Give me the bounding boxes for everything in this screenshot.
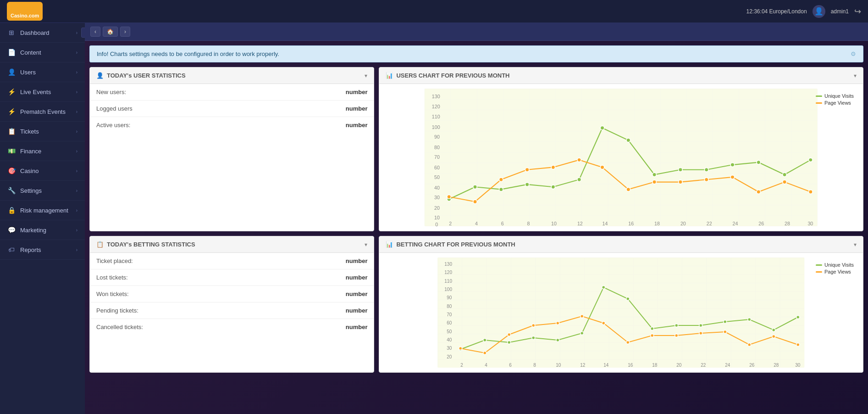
sidebar-item-live-events[interactable]: ⚡ Live Events › [0, 82, 85, 102]
sidebar: ‹ ⊞ Dashboard › 📄 Content › 👤 Users › ⚡ … [0, 23, 85, 414]
svg-text:100: 100 [445, 287, 453, 292]
users-chart-title: 📊 USERS CHART FOR PREVIOUS MONTH [386, 72, 509, 79]
nav-label: Settings [20, 187, 42, 194]
sidebar-item-marketing[interactable]: 💬 Marketing › [0, 220, 85, 240]
svg-point-93 [532, 336, 535, 340]
nav-arrow-icon: › [76, 50, 77, 55]
users-chart-collapse-icon[interactable]: ▾ [854, 73, 857, 79]
nav-label: Users [20, 69, 36, 76]
nav-icon: 👤 [7, 68, 16, 76]
svg-text:60: 60 [447, 320, 453, 325]
stat-label: Active users: [90, 117, 256, 134]
betting-chart-collapse-icon[interactable]: ▾ [854, 241, 857, 248]
svg-point-54 [652, 180, 657, 184]
breadcrumb-forward-button[interactable]: › [120, 27, 130, 37]
nav-icon: ⊞ [7, 29, 16, 36]
users-chart-body: Unique Visits Page Views [379, 84, 863, 231]
sidebar-item-casino[interactable]: 🎯 Casino › [0, 161, 85, 181]
sidebar-item-risk-management[interactable]: 🔒 Risk management › [0, 201, 85, 220]
svg-point-56 [705, 178, 709, 182]
users-chart-header: 📊 USERS CHART FOR PREVIOUS MONTH ▾ [379, 67, 863, 84]
svg-point-36 [577, 178, 581, 182]
svg-text:90: 90 [435, 134, 440, 140]
svg-text:16: 16 [629, 221, 634, 226]
svg-point-113 [651, 334, 654, 337]
user-stats-collapse-icon[interactable]: ▾ [365, 73, 367, 79]
sidebar-item-prematch-events[interactable]: ⚡ Prematch Events › [0, 102, 85, 122]
breadcrumb-home-button[interactable]: 🏠 [103, 27, 118, 37]
info-banner-text: Info! Charts settings needs to be config… [97, 50, 279, 57]
user-stats-widget: 👤 TODAY's USER STATISTICS ▾ New users:nu… [89, 67, 374, 231]
sidebar-item-dashboard[interactable]: ⊞ Dashboard › [0, 23, 85, 43]
avatar: 👤 [813, 5, 825, 18]
stat-value: number [256, 101, 374, 117]
sidebar-item-tickets[interactable]: 📋 Tickets › [0, 122, 85, 141]
betting-stats-table: Ticket placed:numberLost tickets:numberW… [90, 253, 374, 335]
svg-point-91 [483, 339, 487, 342]
svg-point-45 [809, 158, 813, 162]
table-row: Pending tickets:number [90, 302, 374, 319]
svg-point-38 [627, 138, 631, 142]
svg-text:8: 8 [527, 221, 530, 226]
header-exit-icon[interactable]: ↪ [854, 6, 861, 17]
svg-text:22: 22 [707, 221, 712, 226]
sidebar-item-users[interactable]: 👤 Users › [0, 62, 85, 82]
svg-point-51 [577, 158, 581, 162]
user-stats-title: 👤 TODAY's USER STATISTICS [96, 72, 186, 79]
svg-text:18: 18 [655, 221, 660, 226]
svg-text:18: 18 [652, 363, 658, 368]
betting-stats-collapse-icon[interactable]: ▾ [365, 241, 367, 248]
stat-label: New users: [90, 84, 256, 101]
svg-text:110: 110 [432, 114, 440, 119]
stat-value: number [256, 84, 374, 101]
svg-text:110: 110 [445, 279, 453, 284]
svg-point-98 [651, 327, 654, 330]
betting-chart-svg: 130 120 110 100 90 80 70 60 50 40 30 20 … [384, 257, 858, 368]
svg-point-53 [627, 187, 631, 191]
stat-label: Pending tickets: [90, 302, 269, 319]
betting-chart-body: Unique Visits Page Views [379, 253, 863, 372]
svg-point-108 [532, 324, 535, 327]
svg-text:6: 6 [509, 363, 512, 368]
stat-value: number [256, 117, 374, 134]
nav-arrow-icon: › [76, 188, 77, 193]
sidebar-item-reports[interactable]: 🏷 Reports › [0, 240, 85, 260]
svg-text:70: 70 [447, 312, 453, 317]
svg-point-52 [601, 165, 605, 169]
betting-chart-icon: 📊 [386, 241, 393, 248]
betting-chart-title: 📊 BETTING CHART FOR PREVIOUS MONTH [386, 241, 515, 248]
sidebar-toggle[interactable]: ‹ [81, 28, 85, 38]
nav-icon: 📋 [7, 128, 16, 135]
svg-point-50 [552, 165, 556, 169]
svg-text:14: 14 [603, 221, 608, 226]
svg-point-105 [459, 347, 462, 350]
svg-text:30: 30 [447, 346, 453, 351]
svg-text:12: 12 [581, 363, 586, 368]
user-stats-icon: 👤 [96, 72, 104, 79]
nav-arrow-icon: › [76, 70, 77, 75]
sidebar-item-finance[interactable]: 💵 Finance › [0, 141, 85, 161]
svg-text:28: 28 [785, 221, 791, 226]
nav-label: Finance [20, 148, 41, 155]
nav-arrow-icon: › [76, 90, 77, 95]
betting-legend-page-views: Page Views [816, 269, 854, 274]
svg-text:60: 60 [435, 165, 440, 170]
logo: Flipper Casino.com [7, 2, 43, 20]
svg-point-94 [556, 339, 559, 342]
nav-icon: 🔧 [7, 187, 16, 194]
svg-text:70: 70 [435, 154, 440, 160]
svg-text:50: 50 [435, 174, 440, 180]
svg-text:10: 10 [552, 221, 557, 226]
table-row: Active users:number [90, 117, 374, 134]
svg-text:8: 8 [534, 363, 536, 368]
info-banner-close-icon[interactable]: ⚙ [851, 50, 856, 57]
svg-text:2: 2 [461, 363, 464, 368]
svg-point-102 [748, 318, 751, 321]
nav-arrow-icon: › [76, 228, 77, 233]
breadcrumb-bar: ‹ 🏠 › [85, 23, 868, 41]
sidebar-item-content[interactable]: 📄 Content › [0, 43, 85, 62]
table-row: Lost tickets:number [90, 269, 374, 286]
sidebar-item-settings[interactable]: 🔧 Settings › [0, 181, 85, 201]
breadcrumb-back-button[interactable]: ‹ [90, 27, 100, 37]
stat-label: Logged users [90, 101, 256, 117]
